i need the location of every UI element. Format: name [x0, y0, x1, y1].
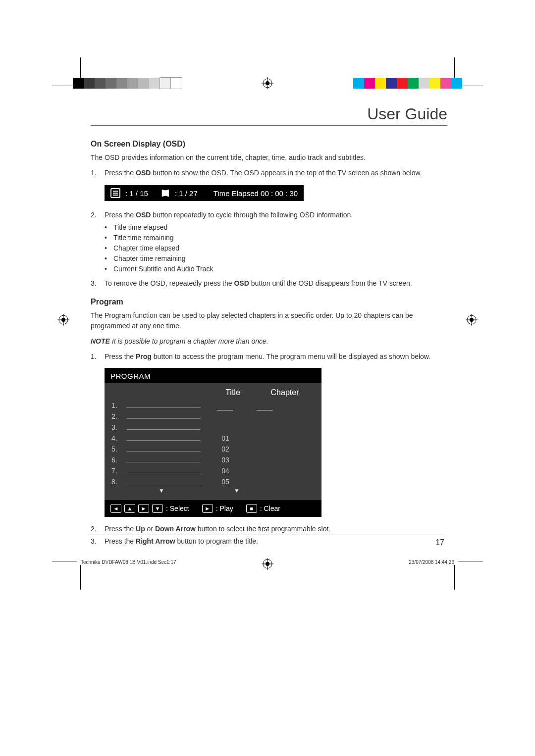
osd-intro-text: The OSD provides information on the curr… [91, 152, 447, 163]
registration-mark-icon [262, 77, 273, 89]
column-header-chapter: Chapter [255, 388, 315, 397]
chapter-cursor: ___ [250, 401, 280, 411]
program-step-2: 2. Press the Up or Down Arrow button to … [91, 524, 447, 534]
swatch [419, 78, 429, 89]
osd-title-count: : 1 / 15 [125, 189, 148, 198]
program-step-1: 1. Press the Prog button to access the p… [91, 352, 447, 362]
program-screen-body: Title Chapter 1.______2.3.4.015.026.037.… [105, 383, 321, 500]
swatch [353, 78, 364, 89]
slot-number: 7. [111, 467, 126, 475]
slot-number: 1. [111, 402, 126, 409]
osd-bullet-item: Chapter time elapsed [105, 243, 447, 253]
program-screen-title: PROGRAM [105, 368, 321, 383]
program-slot-row: 7.04 [111, 465, 315, 476]
program-slot-row: 6.03 [111, 454, 315, 465]
crop-mark [454, 565, 455, 590]
swatch [451, 78, 462, 89]
swatch [386, 78, 397, 89]
step-text: Press the OSD button repeatedly to cycle… [105, 210, 447, 220]
step-text: Press the Up or Down Arrow button to sel… [105, 524, 447, 534]
slot-number: 4. [111, 434, 126, 442]
section-heading-program: Program [91, 298, 447, 306]
step-number: 1. [91, 168, 105, 178]
swatch [408, 78, 419, 89]
osd-bullet-list: Title time elapsedTitle time remainingCh… [91, 222, 447, 274]
program-screen-footer: ◄ ▲ ► ▼ : Select ► : Play ■ : Clear [105, 500, 321, 517]
down-arrow-icon: ▼ [234, 487, 240, 494]
up-arrow-key-icon: ▲ [124, 504, 135, 513]
slot-number: 3. [111, 423, 126, 431]
program-slot-row: 1.______ [111, 400, 315, 411]
osd-bullet-item: Title time remaining [105, 233, 447, 243]
stop-key-icon: ■ [246, 504, 257, 513]
swatch [84, 78, 95, 89]
slot-line [126, 462, 201, 462]
osd-bullet-item: Current Subtitle and Audio Track [105, 264, 447, 274]
step-number: 1. [91, 352, 105, 362]
swatch [171, 78, 182, 89]
step-number: 2. [91, 524, 105, 534]
title-value: 01 [211, 434, 240, 442]
step-text: To remove the OSD, repeatedly press the … [105, 278, 447, 289]
footer-select-label: : Select [166, 504, 189, 512]
swatch [127, 78, 138, 89]
chapter-book-icon [161, 189, 170, 198]
print-footer: Technika DVDFAW08 1B V01.indd Sec1:17 23… [81, 559, 454, 565]
crop-mark [80, 565, 81, 590]
registration-mark-icon [57, 314, 69, 326]
swatch [138, 78, 149, 89]
osd-chapter-count: : 1 / 27 [175, 189, 198, 198]
crop-mark [52, 561, 77, 561]
swatch [397, 78, 408, 89]
print-timestamp: 23/07/2008 14:44:26 [409, 559, 454, 565]
crop-mark [458, 561, 483, 561]
title-menu-icon [110, 188, 120, 198]
swatch [116, 78, 127, 89]
slot-line [126, 484, 201, 484]
osd-step-1: 1. Press the OSD button to show the OSD.… [91, 168, 447, 178]
swatch [375, 78, 386, 89]
osd-step-2: 2. Press the OSD button repeatedly to cy… [91, 210, 447, 220]
footer-play-label: : Play [216, 504, 233, 512]
title-value: 02 [211, 445, 240, 453]
print-file-name: Technika DVDFAW08 1B V01.indd Sec1:17 [81, 559, 176, 565]
slot-number: 8. [111, 478, 126, 486]
program-slot-row: 8.05 [111, 476, 315, 487]
osd-step-3: 3. To remove the OSD, repeatedly press t… [91, 278, 447, 289]
step-text: Press the Prog button to access the prog… [105, 352, 447, 362]
swatch [73, 78, 84, 89]
down-arrow-key-icon: ▼ [152, 504, 163, 513]
footer-clear-label: : Clear [260, 504, 280, 512]
section-heading-osd: On Screen Display (OSD) [91, 140, 447, 149]
swatch [440, 78, 451, 89]
color-bar-right [353, 78, 462, 89]
swatch [429, 78, 440, 89]
title-cursor: ___ [211, 401, 240, 411]
program-slot-row: 2. [111, 411, 315, 422]
step-number: 3. [91, 278, 105, 289]
program-slot-row: 3. [111, 422, 315, 433]
title-value: 05 [211, 478, 240, 486]
swatch [149, 78, 160, 89]
osd-bullet-item: Title time elapsed [105, 222, 447, 233]
slot-line [126, 473, 201, 473]
swatch [160, 78, 171, 89]
program-slot-row: 5.02 [111, 444, 315, 454]
slot-number: 5. [111, 445, 126, 453]
down-arrow-icon: ▼ [159, 487, 164, 494]
slot-line [126, 407, 201, 408]
swatch [364, 78, 375, 89]
osd-display-bar: : 1 / 15 : 1 / 27 Time Elapsed 00 : 00 :… [105, 185, 304, 201]
slot-line [126, 451, 201, 452]
step-text: Press the OSD button to show the OSD. Th… [105, 168, 447, 178]
slot-line [126, 440, 201, 441]
page-content: User Guide On Screen Display (OSD) The O… [91, 105, 447, 549]
program-note: NOTE It is possible to program a chapter… [91, 336, 447, 347]
program-intro-text: The Program function can be used to play… [91, 310, 447, 331]
swatch [106, 78, 116, 89]
slot-line [126, 418, 201, 419]
play-key-icon: ► [202, 504, 213, 513]
column-header-title: Title [211, 388, 255, 397]
osd-time-elapsed: Time Elapsed 00 : 00 : 30 [214, 189, 298, 198]
program-menu-screen: PROGRAM Title Chapter 1.______2.3.4.015.… [105, 368, 321, 517]
